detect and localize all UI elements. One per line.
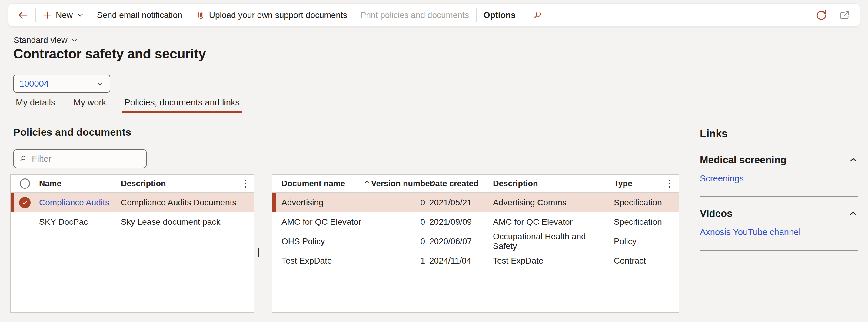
view-label: Standard view [13, 35, 67, 45]
action-toolbar: New Send email notification Upload your … [8, 3, 860, 27]
links-section-medical-screening: Medical screening Screenings [700, 154, 858, 197]
refresh-icon [815, 9, 828, 21]
select-all-checkbox[interactable] [20, 179, 30, 189]
chevron-down-icon [71, 37, 78, 44]
document-row[interactable]: Test ExpDate 1 2024/11/04 Test ExpDate C… [272, 251, 679, 270]
back-button[interactable] [15, 9, 33, 21]
column-header-description[interactable]: Description [121, 179, 237, 188]
policy-description: Sky Lease document pack [121, 217, 254, 227]
tab-policies-documents-links[interactable]: Policies, documents and links [122, 96, 242, 113]
toolbar-divider [35, 8, 36, 22]
send-email-label: Send email notification [97, 10, 182, 20]
section-heading-videos: Videos [700, 208, 733, 219]
chevron-up-icon[interactable] [848, 209, 858, 218]
new-button-label: New [56, 10, 73, 20]
upload-support-documents-button[interactable]: Upload your own support documents [196, 10, 347, 20]
filter-input[interactable] [31, 154, 141, 164]
row-selected-checkbox[interactable] [19, 197, 31, 208]
document-description: AMC for QC Elevator [493, 217, 610, 227]
column-header-type[interactable]: Type [614, 179, 662, 188]
policy-row[interactable]: Compliance Audits Compliance Audits Docu… [10, 193, 254, 212]
document-row[interactable]: AMC for QC Elevator 0 2021/09/09 AMC for… [272, 212, 679, 232]
upload-label: Upload your own support documents [209, 10, 347, 20]
record-id-value: 100004 [20, 79, 96, 89]
record-selector[interactable]: 100004 [13, 74, 110, 93]
document-version: 0 [371, 217, 425, 227]
view-switcher[interactable]: Standard view [13, 35, 78, 45]
links-section-videos: Videos Axnosis YouTube channel [700, 208, 858, 251]
back-arrow-icon [17, 9, 29, 21]
column-header-date-created[interactable]: Date created [429, 179, 489, 188]
tab-bar: My details My work Policies, documents a… [13, 96, 242, 113]
paperclip-icon [196, 10, 206, 20]
options-button[interactable]: Options [484, 10, 516, 20]
document-type: Contract [614, 256, 662, 266]
policy-description: Compliance Audits Documents [121, 198, 254, 207]
document-description: Occupational Health and Safety [493, 232, 610, 251]
section-heading-medical-screening: Medical screening [700, 154, 786, 166]
filter-box [13, 149, 147, 168]
document-row[interactable]: OHS Policy 0 2020/06/07 Occupational Hea… [272, 232, 679, 251]
document-date-created: 2024/11/04 [429, 256, 489, 266]
document-date-created: 2020/06/07 [429, 236, 489, 246]
document-description: Test ExpDate [493, 256, 610, 266]
send-email-notification-button[interactable]: Send email notification [97, 10, 182, 20]
pane-splitter-handle[interactable] [257, 247, 262, 259]
section-divider [700, 196, 858, 197]
new-button[interactable]: New [42, 10, 84, 20]
policy-name[interactable]: SKY DocPac [39, 217, 121, 227]
column-header-document-name[interactable]: Document name [281, 179, 345, 188]
sort-ascending-icon [363, 179, 371, 188]
documents-table: Document name Version number Date create… [272, 174, 679, 313]
open-in-new-window-button[interactable] [839, 9, 850, 21]
search-icon [19, 154, 27, 163]
tab-my-details[interactable]: My details [13, 96, 58, 113]
chevron-up-icon[interactable] [848, 155, 858, 165]
document-version: 0 [371, 236, 425, 246]
document-version: 0 [371, 198, 425, 207]
column-header-description[interactable]: Description [493, 179, 610, 188]
document-description: Advertising Comms [493, 198, 610, 207]
toolbar-divider [476, 8, 477, 22]
column-options-button[interactable] [662, 180, 677, 188]
column-header-name[interactable]: Name [39, 179, 121, 188]
policies-table-header: Name Description [10, 175, 254, 193]
policies-table: Name Description Compliance Audits Compl… [10, 174, 254, 313]
document-type: Specification [614, 217, 662, 227]
open-in-new-window-icon [839, 9, 850, 21]
document-date-created: 2021/05/21 [429, 198, 489, 207]
check-icon [21, 199, 29, 206]
document-version: 1 [371, 256, 425, 266]
policy-row[interactable]: SKY DocPac Sky Lease document pack [10, 212, 254, 232]
links-panel-title: Links [700, 128, 858, 140]
search-icon [533, 10, 543, 20]
chevron-down-icon [96, 79, 104, 88]
document-name: Advertising [281, 198, 323, 207]
document-date-created: 2021/09/09 [429, 217, 489, 227]
options-label: Options [484, 10, 516, 20]
refresh-button[interactable] [815, 9, 828, 21]
document-name: OHS Policy [281, 236, 325, 246]
document-type: Policy [614, 236, 662, 246]
axnosis-youtube-channel-link[interactable]: Axnosis YouTube channel [700, 227, 801, 237]
chevron-down-icon [76, 11, 84, 19]
policy-name-link[interactable]: Compliance Audits [39, 198, 121, 207]
document-name: AMC for QC Elevator [281, 217, 361, 227]
print-label: Print policies and documents [361, 10, 469, 20]
column-header-version-number[interactable]: Version number [371, 179, 425, 188]
links-panel: Links Medical screening Screenings Video… [700, 128, 858, 251]
document-type: Specification [614, 198, 662, 207]
tab-my-work[interactable]: My work [71, 96, 109, 113]
column-options-button[interactable] [237, 180, 254, 188]
page-title: Contractor safety and security [13, 46, 206, 62]
document-row[interactable]: Advertising 0 2021/05/21 Advertising Com… [272, 193, 679, 212]
section-divider [700, 250, 858, 251]
policies-section-title: Policies and documents [13, 126, 131, 138]
document-name: Test ExpDate [281, 256, 332, 266]
documents-table-header: Document name Version number Date create… [272, 175, 679, 193]
print-policies-button: Print policies and documents [361, 10, 469, 20]
screenings-link[interactable]: Screenings [700, 173, 744, 184]
plus-icon [42, 10, 52, 20]
search-button[interactable] [533, 10, 543, 20]
